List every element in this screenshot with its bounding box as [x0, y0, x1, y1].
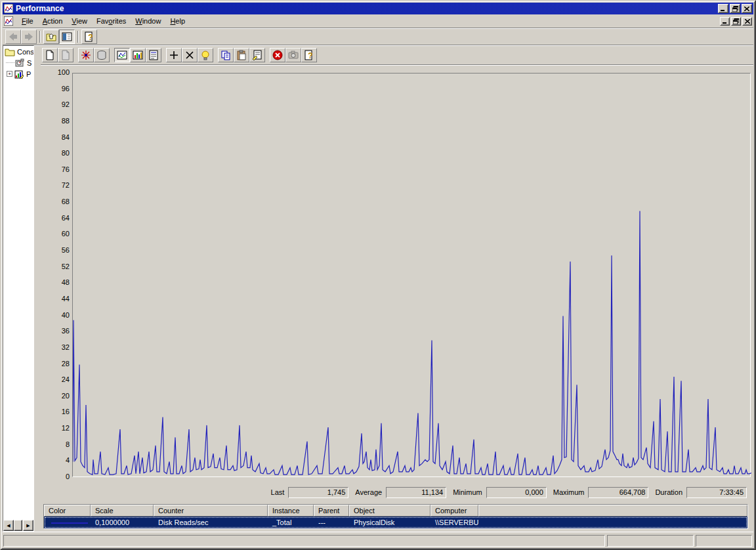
- view-histogram-button[interactable]: [130, 48, 146, 62]
- y-tick-label: 44: [41, 295, 70, 303]
- view-graph-button[interactable]: [114, 48, 130, 62]
- y-tick-label: 92: [41, 100, 70, 108]
- y-tick-label: 16: [41, 408, 70, 415]
- menu-action[interactable]: Action: [38, 16, 68, 26]
- column-header-object[interactable]: Object: [349, 505, 430, 517]
- column-header-instance[interactable]: Instance: [268, 505, 314, 517]
- up-folder-icon: [46, 32, 56, 42]
- line-graph-icon: [117, 50, 127, 60]
- new-counter-set-button[interactable]: [42, 48, 58, 62]
- y-tick-label: 64: [41, 214, 70, 222]
- scroll-right-button[interactable]: ▶: [23, 520, 33, 531]
- scroll-left-button[interactable]: ◀: [3, 520, 14, 531]
- expander-plus[interactable]: +: [7, 71, 12, 77]
- update-data-button[interactable]: [285, 48, 301, 62]
- menu-favorites[interactable]: Favorites: [92, 16, 131, 26]
- y-tick-label: 68: [41, 198, 70, 205]
- svg-text:?: ?: [308, 51, 312, 60]
- minimize-button[interactable]: [718, 4, 728, 13]
- statusbar-panel-1: [3, 535, 605, 547]
- tree-horizontal-scrollbar[interactable]: ◀ ▶: [3, 520, 33, 531]
- legend-header: ColorScaleCounterInstanceParentObjectCom…: [44, 505, 747, 517]
- folder-icon: [5, 47, 15, 56]
- titlebar[interactable]: Performance: [3, 3, 753, 14]
- show-console-tree-button[interactable]: [59, 30, 75, 44]
- y-tick-label: 4: [41, 456, 70, 464]
- graph-area: 1009692888480767268646056524844403632282…: [41, 65, 753, 484]
- stat-value-duration: 7:33:45: [686, 487, 747, 498]
- tree-item-label: P: [26, 70, 31, 78]
- tree-item-s[interactable]: S: [3, 57, 33, 68]
- stat-label-last: Last: [271, 488, 285, 496]
- y-tick-label: 36: [41, 327, 70, 335]
- child-restore-button[interactable]: [731, 17, 741, 26]
- chart-toolbar: ?: [41, 45, 753, 65]
- y-tick-label: 12: [41, 424, 70, 432]
- menubar: FileActionViewFavoritesWindowHelp: [3, 14, 753, 28]
- y-tick-label: 0: [41, 473, 70, 480]
- y-tick-label: 20: [41, 392, 70, 400]
- child-close-button[interactable]: [742, 17, 752, 26]
- column-header-color[interactable]: Color: [44, 505, 91, 517]
- close-button[interactable]: [742, 4, 752, 13]
- statusbar: [3, 532, 753, 547]
- child-minimize-button[interactable]: [720, 17, 730, 26]
- menu-items: FileActionViewFavoritesWindowHelp: [17, 16, 190, 26]
- console-tree-icon: [62, 32, 72, 42]
- column-header-scale[interactable]: Scale: [91, 505, 154, 517]
- cell-parent: ---: [314, 518, 349, 526]
- color-swatch: [44, 518, 91, 526]
- menu-file[interactable]: File: [17, 16, 38, 26]
- column-header-computer[interactable]: Computer: [430, 505, 478, 517]
- counter-row[interactable]: 0,1000000Disk Reads/sec_Total---Physical…: [44, 517, 747, 528]
- value-bar: Last1,745Average11,134Minimum0,000Maximu…: [41, 484, 753, 500]
- menu-view[interactable]: View: [67, 16, 92, 26]
- plus-icon: [169, 50, 179, 60]
- properties-button[interactable]: [249, 48, 265, 62]
- add-counter-button[interactable]: [166, 48, 182, 62]
- delete-x-icon: [184, 50, 195, 60]
- clear-display-button[interactable]: [58, 48, 74, 62]
- titlebar-buttons: [717, 4, 752, 13]
- freeze-display-button[interactable]: [270, 48, 285, 62]
- y-tick-label: 40: [41, 311, 70, 319]
- console-tree-panel[interactable]: ConsS+P ◀ ▶: [3, 45, 34, 532]
- highlight-button[interactable]: [198, 48, 213, 62]
- stat-value-last: 1,745: [288, 487, 348, 498]
- column-header-counter[interactable]: Counter: [154, 505, 268, 517]
- child-window-buttons: [719, 17, 752, 26]
- menu-help[interactable]: Help: [165, 16, 190, 26]
- delete-counter-button[interactable]: [182, 48, 198, 62]
- freeze-icon: [272, 50, 283, 60]
- stat-label-average: Average: [355, 488, 382, 496]
- tree-item-cons[interactable]: Cons: [3, 46, 33, 57]
- copy-properties-button[interactable]: [218, 48, 234, 62]
- tree-splitter[interactable]: [34, 45, 41, 532]
- view-log-data-button[interactable]: [94, 48, 110, 62]
- system-monitor-icon: [14, 58, 25, 68]
- column-header-parent[interactable]: Parent: [314, 505, 349, 517]
- y-tick-label: 28: [41, 360, 70, 368]
- paste-counter-list-button[interactable]: [234, 48, 249, 62]
- y-tick-label: 60: [41, 230, 70, 238]
- stat-value-minimum: 0,000: [486, 487, 547, 498]
- y-tick-label: 32: [41, 343, 70, 351]
- back-button[interactable]: [5, 30, 21, 44]
- tree-item-p[interactable]: +P: [3, 68, 33, 79]
- properties-icon: [252, 50, 262, 60]
- svg-text:?: ?: [88, 33, 93, 42]
- restore-button[interactable]: [730, 4, 740, 13]
- forward-button[interactable]: [21, 30, 37, 44]
- column-header-spacer[interactable]: [478, 505, 747, 517]
- y-tick-label: 88: [41, 117, 70, 125]
- perfmon-icon: [4, 4, 13, 13]
- scroll-thumb[interactable]: [14, 520, 22, 531]
- help-button-2[interactable]: ?: [301, 48, 317, 62]
- view-current-activity-button[interactable]: [78, 48, 94, 62]
- log-database-icon: [96, 50, 107, 60]
- menu-window[interactable]: Window: [131, 16, 165, 26]
- performance-window: Performance FileActionViewFavoritesWindo…: [0, 0, 756, 550]
- up-one-level-button[interactable]: [43, 30, 59, 44]
- view-report-button[interactable]: [146, 48, 161, 62]
- help-button[interactable]: ?: [81, 30, 97, 44]
